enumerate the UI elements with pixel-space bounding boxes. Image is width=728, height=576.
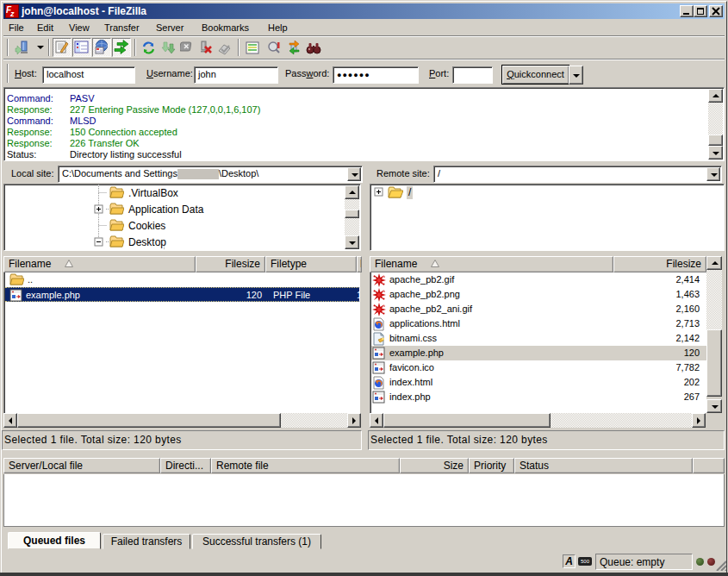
svg-text:z: z (9, 9, 15, 17)
